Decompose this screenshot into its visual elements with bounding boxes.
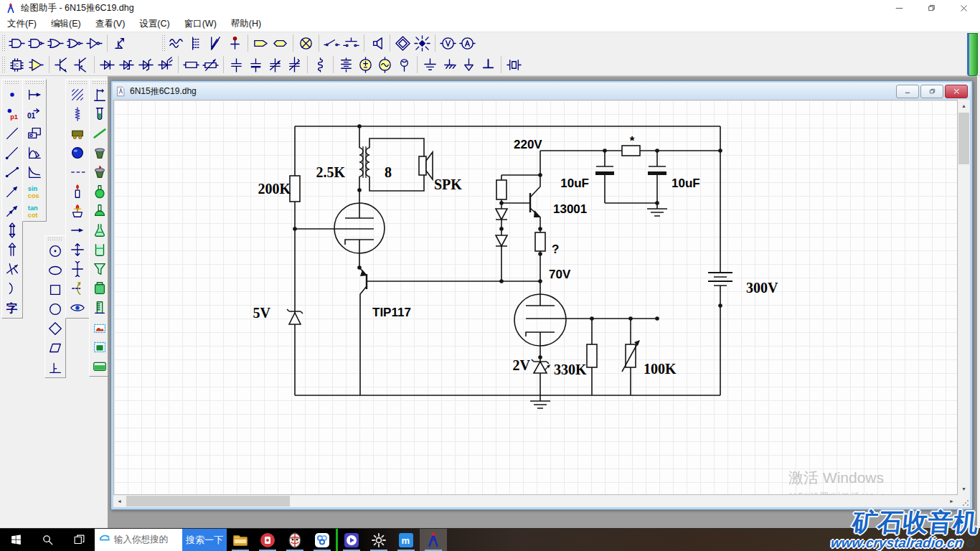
- label-hexagon-tool-button[interactable]: [270, 34, 290, 53]
- ic-chip-tool-button[interactable]: IC: [7, 55, 27, 75]
- settings-app-taskbar-button[interactable]: [365, 529, 392, 551]
- buffer-gate-tool-button[interactable]: [85, 34, 104, 53]
- point-tool-button[interactable]: [3, 85, 22, 104]
- speaker-tool-button[interactable]: [367, 34, 387, 53]
- source-ac-tool-button[interactable]: [375, 55, 395, 75]
- parallelogram-tool-button[interactable]: [46, 339, 65, 357]
- vector-tool-button[interactable]: [3, 182, 22, 201]
- candle-tool-button[interactable]: [68, 182, 87, 201]
- pnp-tool-button[interactable]: [72, 55, 91, 75]
- horizontal-scroll-thumb[interactable]: [126, 496, 290, 507]
- video-app-taskbar-button[interactable]: [336, 529, 365, 551]
- stir-rod-tool-button[interactable]: [90, 124, 109, 143]
- led-burst-tool-button[interactable]: [413, 34, 432, 53]
- crucible-lid-tool-button[interactable]: [90, 163, 109, 182]
- lens-convex-tool-button[interactable]: [68, 240, 87, 259]
- comb-tool-button[interactable]: [187, 34, 206, 53]
- schottky-tool-button[interactable]: [117, 55, 136, 75]
- zener-tool-button[interactable]: [136, 55, 156, 75]
- palette-drag-handle[interactable]: [25, 80, 44, 85]
- pushbutton-tool-button[interactable]: [341, 34, 361, 53]
- cylinder-tool-button[interactable]: [90, 298, 109, 317]
- toolbar-scroll-indicator[interactable]: [967, 33, 978, 76]
- nor-gate-tool-button[interactable]: [65, 34, 85, 53]
- mirror-concave-tool-button[interactable]: [68, 279, 87, 298]
- taskbar-search-input[interactable]: 输入你想搜的: [95, 529, 182, 551]
- line-tool-button[interactable]: [3, 124, 22, 143]
- funnel-tool-button[interactable]: [90, 260, 109, 278]
- gnd-chassis-tool-button[interactable]: [440, 55, 459, 75]
- menu-help[interactable]: 帮助(H): [224, 17, 268, 32]
- decay-plot-tool-button[interactable]: [25, 163, 44, 182]
- sphere-tool-button[interactable]: [68, 143, 87, 162]
- vector2-tool-button[interactable]: [3, 202, 22, 220]
- opera-mask-app-taskbar-button[interactable]: [281, 529, 308, 551]
- palette-drag-handle[interactable]: [92, 80, 108, 85]
- ray-arrow-tool-button[interactable]: [68, 221, 87, 240]
- gnd-earth-tool-button[interactable]: [420, 55, 440, 75]
- axes-arrows-tool-button[interactable]: [3, 260, 22, 278]
- voltmeter-tool-button[interactable]: [438, 34, 458, 53]
- vertical-scroll-thumb[interactable]: [958, 113, 969, 164]
- doc-restore-button[interactable]: [920, 85, 943, 98]
- gnd-arrow-tool-button[interactable]: [459, 55, 479, 75]
- cap-trim-tool-button[interactable]: [285, 55, 304, 75]
- dim-arrow-tool-button[interactable]: [25, 85, 44, 104]
- scroll-up-arrow[interactable]: ▲: [958, 100, 970, 112]
- horizontal-scrollbar[interactable]: ◄ ►: [113, 495, 958, 507]
- dash-line-tool-button[interactable]: [68, 163, 87, 182]
- minimize-button[interactable]: [883, 0, 915, 17]
- start-button[interactable]: [0, 529, 32, 551]
- toolbar-drag-handle[interactable]: [1, 34, 5, 52]
- segment-tool-button[interactable]: [3, 163, 22, 182]
- circle-dot-tool-button[interactable]: [46, 242, 65, 260]
- arrow-up-tool-button[interactable]: [3, 240, 22, 259]
- wave-tool-button[interactable]: [167, 34, 187, 53]
- sincos-label-tool-button[interactable]: sincos: [25, 182, 44, 201]
- restore-button[interactable]: [915, 0, 948, 17]
- file-explorer-taskbar-button[interactable]: [227, 529, 254, 551]
- nand-gate-tool-button[interactable]: [27, 34, 46, 53]
- flask-conical-tool-button[interactable]: [90, 221, 109, 240]
- search-go-button[interactable]: 搜索一下: [182, 529, 227, 551]
- probe-tool-button[interactable]: [225, 34, 245, 53]
- doc-close-button[interactable]: [945, 85, 968, 98]
- doc-minimize-button[interactable]: [896, 85, 919, 98]
- jar-tool-button[interactable]: [90, 279, 109, 298]
- inductor-tool-button[interactable]: [311, 55, 330, 75]
- line-dot-tool-button[interactable]: [3, 143, 22, 162]
- ellipse-tool-button[interactable]: [46, 261, 65, 280]
- draw-assistant-app-taskbar-button[interactable]: [420, 529, 447, 551]
- switch-tool-button[interactable]: [322, 34, 341, 53]
- arrow-updown-tool-button[interactable]: [3, 221, 22, 240]
- burner-tool-button[interactable]: [68, 202, 87, 220]
- taskbar-search-icon[interactable]: [32, 529, 63, 551]
- tank-tool-button[interactable]: [90, 357, 109, 375]
- npn-tool-button[interactable]: [52, 55, 72, 75]
- perpendicular-tool-button[interactable]: [46, 358, 65, 377]
- menu-window[interactable]: 窗口(W): [177, 17, 224, 32]
- powder-bag-tool-button[interactable]: [90, 318, 109, 336]
- crucible-tool-button[interactable]: [90, 143, 109, 162]
- circles-app-taskbar-button[interactable]: [308, 529, 336, 551]
- spring-tool-button[interactable]: [68, 105, 87, 123]
- document-titlebar[interactable]: 6N15推6C19.dhg: [113, 83, 971, 100]
- resistor-tool-button[interactable]: [182, 55, 201, 75]
- menu-view[interactable]: 查看(V): [88, 17, 133, 32]
- scroll-down-arrow[interactable]: ▼: [958, 483, 970, 495]
- gnd-bar-tool-button[interactable]: [479, 55, 498, 75]
- eye-tool-button[interactable]: [68, 298, 87, 317]
- wedge-tool-button[interactable]: [206, 34, 225, 53]
- arc-tool-button[interactable]: [3, 279, 22, 298]
- cap-polar-tool-button[interactable]: [246, 55, 265, 75]
- circle-tool-button[interactable]: [46, 300, 65, 319]
- test-tube-tool-button[interactable]: [90, 105, 109, 123]
- sine-plot-tool-button[interactable]: [25, 143, 44, 162]
- ammeter-tool-button[interactable]: [458, 34, 477, 53]
- menu-settings[interactable]: 设置(C): [132, 17, 176, 32]
- binary-arrow-tool-button[interactable]: 01: [25, 105, 44, 123]
- bridge-tool-button[interactable]: [393, 34, 413, 53]
- toolbar-drag-handle[interactable]: [161, 34, 165, 52]
- m-app-taskbar-button[interactable]: m: [392, 529, 420, 551]
- point-p1-tool-button[interactable]: p1: [3, 105, 22, 123]
